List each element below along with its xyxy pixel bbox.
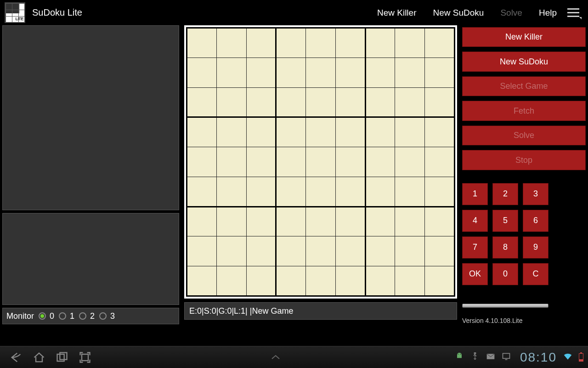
cell-1-8[interactable] [425, 58, 455, 87]
cell-3-5[interactable] [335, 117, 365, 147]
solve-button[interactable]: Solve [462, 126, 586, 145]
cell-1-1[interactable] [216, 58, 246, 87]
cell-4-0[interactable] [187, 147, 217, 177]
cell-8-0[interactable] [187, 266, 217, 296]
cell-7-2[interactable] [246, 236, 276, 266]
cell-1-3[interactable] [276, 58, 306, 87]
cell-3-2[interactable] [246, 117, 276, 147]
cell-2-2[interactable] [246, 87, 276, 117]
cell-4-4[interactable] [306, 147, 336, 177]
system-tray[interactable]: 08:10 [455, 350, 583, 365]
monitor-radio-3[interactable]: 3 [99, 311, 115, 321]
monitor-radio-2[interactable]: 2 [79, 311, 95, 321]
cell-8-3[interactable] [276, 266, 306, 296]
cell-5-3[interactable] [276, 177, 306, 207]
menu-icon[interactable] [565, 4, 583, 22]
cell-1-6[interactable] [365, 58, 395, 87]
cell-1-4[interactable] [306, 58, 336, 87]
cell-3-0[interactable] [187, 117, 217, 147]
cell-4-6[interactable] [365, 147, 395, 177]
cell-6-3[interactable] [276, 207, 306, 236]
cell-1-2[interactable] [246, 58, 276, 87]
cell-2-1[interactable] [216, 87, 246, 117]
cell-4-5[interactable] [335, 147, 365, 177]
fetch-button[interactable]: Fetch [462, 101, 586, 121]
cell-7-5[interactable] [335, 236, 365, 266]
cell-0-4[interactable] [306, 28, 336, 58]
keypad-7[interactable]: 7 [462, 236, 488, 259]
slider[interactable] [462, 304, 548, 308]
keypad-ok[interactable]: OK [462, 263, 488, 285]
cell-2-8[interactable] [425, 87, 455, 117]
keypad-5[interactable]: 5 [492, 210, 518, 232]
cell-3-8[interactable] [425, 117, 455, 147]
cell-5-0[interactable] [187, 177, 217, 207]
cell-5-5[interactable] [335, 177, 365, 207]
cell-5-2[interactable] [246, 177, 276, 207]
cell-4-7[interactable] [395, 147, 425, 177]
cell-6-5[interactable] [335, 207, 365, 236]
topbar-new-sudoku[interactable]: New SuDoku [425, 8, 492, 18]
cell-5-7[interactable] [395, 177, 425, 207]
cell-0-5[interactable] [335, 28, 365, 58]
cell-6-4[interactable] [306, 207, 336, 236]
monitor-radio-0[interactable]: 0 [39, 311, 54, 321]
expand-icon[interactable] [96, 354, 455, 361]
new-killer-button[interactable]: New Killer [462, 27, 586, 47]
cell-1-5[interactable] [335, 58, 365, 87]
back-icon[interactable] [5, 346, 28, 368]
cell-6-8[interactable] [425, 207, 455, 236]
sudoku-board[interactable] [186, 27, 455, 297]
cell-5-6[interactable] [365, 177, 395, 207]
cell-7-3[interactable] [276, 236, 306, 266]
keypad-9[interactable]: 9 [523, 236, 548, 259]
cell-0-8[interactable] [425, 28, 455, 58]
cell-5-8[interactable] [425, 177, 455, 207]
cell-0-6[interactable] [365, 28, 395, 58]
cell-8-7[interactable] [395, 266, 425, 296]
cell-3-3[interactable] [276, 117, 306, 147]
cell-4-8[interactable] [425, 147, 455, 177]
cell-6-6[interactable] [365, 207, 395, 236]
keypad-c[interactable]: C [523, 263, 548, 285]
cell-7-6[interactable] [365, 236, 395, 266]
cell-2-4[interactable] [306, 87, 336, 117]
cell-7-1[interactable] [216, 236, 246, 266]
cell-2-6[interactable] [365, 87, 395, 117]
cell-8-8[interactable] [425, 266, 455, 296]
cell-6-1[interactable] [216, 207, 246, 236]
cell-1-7[interactable] [395, 58, 425, 87]
keypad-2[interactable]: 2 [492, 183, 518, 205]
keypad-6[interactable]: 6 [523, 210, 548, 232]
recent-apps-icon[interactable] [51, 346, 74, 368]
cell-5-4[interactable] [306, 177, 336, 207]
stop-button[interactable]: Stop [462, 150, 586, 170]
home-icon[interactable] [28, 346, 51, 368]
cell-6-2[interactable] [246, 207, 276, 236]
keypad-4[interactable]: 4 [462, 210, 488, 232]
new-sudoku-button[interactable]: New SuDoku [462, 52, 586, 71]
topbar-new-killer[interactable]: New Killer [369, 8, 425, 18]
cell-1-0[interactable] [187, 58, 217, 87]
cell-6-7[interactable] [395, 207, 425, 236]
cell-8-5[interactable] [335, 266, 365, 296]
cell-4-3[interactable] [276, 147, 306, 177]
cell-3-7[interactable] [395, 117, 425, 147]
cell-3-1[interactable] [216, 117, 246, 147]
cell-6-0[interactable] [187, 207, 217, 236]
cell-7-7[interactable] [395, 236, 425, 266]
cell-3-4[interactable] [306, 117, 336, 147]
select-game-button[interactable]: Select Game [462, 76, 586, 96]
cell-2-0[interactable] [187, 87, 217, 117]
topbar-help[interactable]: Help [531, 8, 565, 18]
cell-0-1[interactable] [216, 28, 246, 58]
screenshot-icon[interactable] [74, 346, 96, 368]
cell-7-0[interactable] [187, 236, 217, 266]
cell-2-5[interactable] [335, 87, 365, 117]
keypad-1[interactable]: 1 [462, 183, 488, 205]
cell-4-2[interactable] [246, 147, 276, 177]
cell-8-1[interactable] [216, 266, 246, 296]
topbar-solve[interactable]: Solve [492, 8, 531, 18]
cell-3-6[interactable] [365, 117, 395, 147]
keypad-0[interactable]: 0 [492, 263, 518, 285]
